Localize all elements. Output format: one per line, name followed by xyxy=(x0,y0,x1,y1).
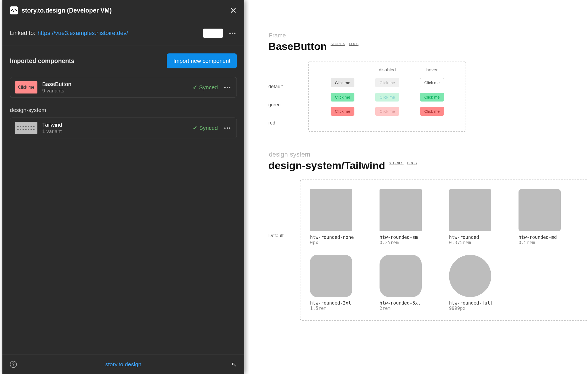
swatch-htw-rounded-3xl[interactable]: htw-rounded-3xl2rem xyxy=(380,255,449,311)
panel-footer: ? story.to.design ↗ xyxy=(2,354,244,374)
col-header-disabled: disabled xyxy=(365,67,409,73)
tailwind-variant-grid[interactable]: htw-rounded-none0pxhtw-rounded-sm0.25rem… xyxy=(300,180,588,321)
swatch-htw-rounded-2xl[interactable]: htw-rounded-2xl1.5rem xyxy=(310,255,380,311)
imported-components-title: Imported components xyxy=(10,57,75,65)
sync-status-badge: Synced xyxy=(193,84,218,91)
swatch-shape xyxy=(380,189,422,231)
variant-green[interactable]: Click me xyxy=(331,93,355,102)
expand-icon[interactable]: ↗ xyxy=(231,361,237,368)
basebutton-matrix: default green red disabled hover Click m… xyxy=(268,61,588,132)
swatch-name: htw-rounded-md xyxy=(519,235,588,240)
component-more-menu[interactable] xyxy=(223,87,232,88)
figma-canvas[interactable]: Frame BaseButton STORIES DOCS default gr… xyxy=(249,0,588,374)
linked-url-link[interactable]: https://vue3.examples.histoire.dev/ xyxy=(37,30,128,37)
sync-status-badge: Synced xyxy=(193,125,218,131)
col-header-hover: hover xyxy=(410,67,454,73)
component-thumb xyxy=(15,122,37,134)
row-label-default: Default xyxy=(268,180,300,321)
imported-header-row: Imported components Import new component xyxy=(2,45,244,74)
variant-default-hover[interactable]: Click me xyxy=(420,78,444,87)
swatch-value: 0px xyxy=(310,240,380,245)
tailwind-matrix: Default htw-rounded-none0pxhtw-rounded-s… xyxy=(268,180,588,321)
swatch-htw-rounded-sm[interactable]: htw-rounded-sm0.25rem xyxy=(380,189,449,245)
footer-brand-link[interactable]: story.to.design xyxy=(105,361,141,368)
variant-red-disabled[interactable]: Click me xyxy=(375,107,399,116)
swatch-shape xyxy=(380,255,422,297)
swatch-value: 0.5rem xyxy=(519,240,588,245)
panel-header: </> story.to.design (Developer VM) xyxy=(2,0,244,21)
component-name: BaseButton xyxy=(42,81,71,87)
variant-red-hover[interactable]: Click me xyxy=(420,107,444,116)
docs-link[interactable]: DOCS xyxy=(349,42,358,46)
component-card-tailwind[interactable]: Tailwind 1 variant Synced xyxy=(10,118,237,138)
swatch-htw-rounded-full[interactable]: htw-rounded-full9999px xyxy=(449,255,519,311)
variant-default-disabled[interactable]: Click me xyxy=(375,78,399,87)
swatch-value: 2rem xyxy=(380,306,449,311)
swatch-value: 1.5rem xyxy=(310,306,380,311)
close-icon[interactable] xyxy=(229,7,237,14)
swatch-htw-rounded-md[interactable]: htw-rounded-md0.5rem xyxy=(519,189,588,245)
import-new-component-button[interactable]: Import new component xyxy=(167,53,237,68)
basebutton-frame-title[interactable]: BaseButton xyxy=(268,41,327,52)
component-variants-count: 1 variant xyxy=(42,128,62,134)
tailwind-frame-title[interactable]: design-system/Tailwind xyxy=(268,160,385,172)
swatch-value: 0.375rem xyxy=(449,240,519,245)
swatch-value: 9999px xyxy=(449,306,519,311)
stories-link[interactable]: STORIES xyxy=(389,161,404,165)
swatch-htw-rounded-none[interactable]: htw-rounded-none0px xyxy=(310,189,380,245)
plugin-panel: </> story.to.design (Developer VM) Linke… xyxy=(2,0,244,374)
variant-default[interactable]: Click me xyxy=(331,78,355,87)
component-thumb: Click me xyxy=(15,81,37,94)
component-group-label: design-system xyxy=(2,103,244,115)
frame-label[interactable]: Frame xyxy=(269,32,588,39)
design-system-group-label[interactable]: design-system xyxy=(269,151,588,158)
help-icon[interactable]: ? xyxy=(10,361,17,368)
swatch-name: htw-rounded-full xyxy=(449,300,519,306)
link-more-menu[interactable] xyxy=(228,33,237,34)
component-more-menu[interactable] xyxy=(223,127,232,129)
linked-row: Linked to: https://vue3.examples.histoir… xyxy=(2,21,244,45)
swatch-shape xyxy=(310,189,352,231)
swatch-name: htw-rounded xyxy=(449,235,519,240)
check-icon xyxy=(193,125,198,131)
variant-red[interactable]: Click me xyxy=(331,107,355,116)
swatch-name: htw-rounded-2xl xyxy=(310,300,380,306)
link-action-button[interactable] xyxy=(203,29,223,38)
swatch-shape xyxy=(449,189,491,231)
docs-link[interactable]: DOCS xyxy=(407,161,417,165)
swatch-value: 0.25rem xyxy=(380,240,449,245)
linked-to-label: Linked to: xyxy=(10,30,35,37)
swatch-name: htw-rounded-none xyxy=(310,235,380,240)
sync-status-text: Synced xyxy=(199,84,218,91)
panel-title: story.to.design (Developer VM) xyxy=(22,7,112,14)
check-icon xyxy=(193,84,198,91)
app-icon: </> xyxy=(10,6,18,14)
basebutton-variant-grid[interactable]: disabled hover Click me Click me Click m… xyxy=(308,61,466,132)
component-name: Tailwind xyxy=(42,122,62,128)
row-label-default: default xyxy=(268,77,308,96)
swatch-htw-rounded[interactable]: htw-rounded0.375rem xyxy=(449,189,519,245)
sync-status-text: Synced xyxy=(199,125,218,131)
swatch-shape xyxy=(519,189,561,231)
swatch-name: htw-rounded-3xl xyxy=(380,300,449,306)
stories-link[interactable]: STORIES xyxy=(331,42,345,46)
variant-green-hover[interactable]: Click me xyxy=(420,93,444,102)
swatch-shape xyxy=(310,255,352,297)
row-label-red: red xyxy=(268,114,308,132)
component-card-basebutton[interactable]: Click me BaseButton 9 variants Synced xyxy=(10,77,237,98)
component-variants-count: 9 variants xyxy=(42,88,71,94)
swatch-shape xyxy=(449,255,491,297)
swatch-name: htw-rounded-sm xyxy=(380,235,449,240)
row-label-green: green xyxy=(268,96,308,114)
variant-green-disabled[interactable]: Click me xyxy=(375,93,399,102)
